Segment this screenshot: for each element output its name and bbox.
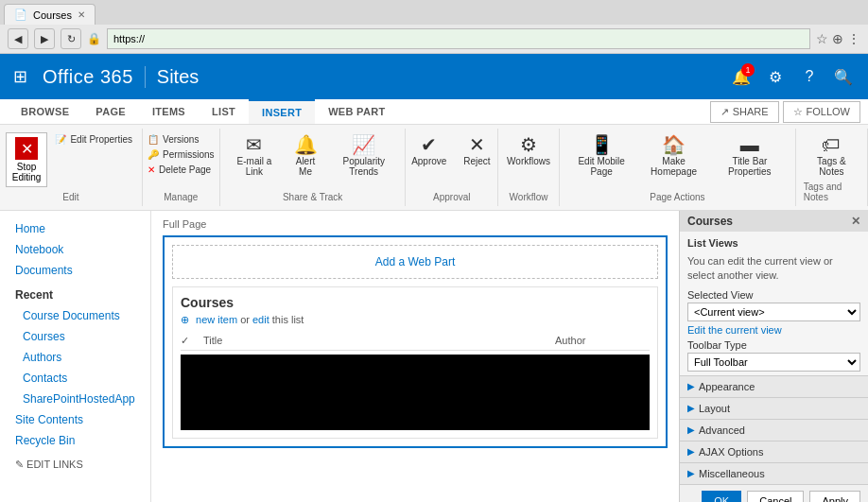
panel-footer: OK Cancel Apply xyxy=(680,484,868,502)
edit-properties-button[interactable]: 📝 Edit Properties xyxy=(51,132,136,147)
alert-me-button[interactable]: 🔔 Alert Me xyxy=(285,132,326,180)
appearance-collapse-icon: ▶ xyxy=(687,381,695,391)
tab-insert[interactable]: INSERT xyxy=(249,99,315,124)
manage-group-items: 📋 Versions 🔑 Permissions ✕ Delete Page xyxy=(144,132,217,190)
panel-body: You can edit the current view or select … xyxy=(680,251,868,375)
lock-icon: 🔒 xyxy=(87,32,101,45)
waffle-icon[interactable]: ⊞ xyxy=(9,62,31,91)
col-title[interactable]: Title xyxy=(200,335,555,347)
add-web-part-button[interactable]: Add a Web Part xyxy=(172,245,658,279)
stop-edit-icon: ✕ xyxy=(15,137,38,160)
nav-sharepoint-hosted-app[interactable]: SharePointHostedApp xyxy=(0,389,150,409)
nav-authors[interactable]: Authors xyxy=(0,347,150,368)
new-item-link[interactable]: new item xyxy=(196,314,237,325)
edit-mobile-button[interactable]: 📱 Edit Mobile Page xyxy=(567,132,635,180)
forward-button[interactable]: ▶ xyxy=(34,28,55,49)
nav-home[interactable]: Home xyxy=(0,218,150,239)
versions-button[interactable]: 📋 Versions xyxy=(144,132,217,147)
refresh-button[interactable]: ↻ xyxy=(61,28,81,49)
edit-list-link[interactable]: edit xyxy=(252,314,269,325)
layout-section[interactable]: ▶ Layout xyxy=(680,397,868,419)
stop-editing-button[interactable]: ✕ Stop Editing xyxy=(6,132,48,187)
browser-tab[interactable]: 📄 Courses ✕ xyxy=(4,4,95,25)
page-actions-label: Page Actions xyxy=(650,192,704,202)
panel-close-button[interactable]: ✕ xyxy=(851,215,860,228)
star-follow-icon: ☆ xyxy=(793,106,803,118)
cancel-button[interactable]: Cancel xyxy=(747,491,804,502)
advanced-section[interactable]: ▶ Advanced xyxy=(680,419,868,441)
page-actions-items: 📱 Edit Mobile Page 🏠 Make Homepage ▬ Tit… xyxy=(567,132,788,190)
popularity-trends-button[interactable]: 📈 Popularity Trends xyxy=(330,132,397,180)
permissions-label: Permissions xyxy=(163,149,214,160)
tags-notes-button[interactable]: 🏷 Tags & Notes xyxy=(804,132,859,180)
selected-view-select[interactable]: <Current view> xyxy=(687,303,860,321)
nav-notebook[interactable]: Notebook xyxy=(0,239,150,260)
tab-browse[interactable]: BROWSE xyxy=(8,100,82,123)
nav-course-documents[interactable]: Course Documents xyxy=(0,305,150,326)
email-link-button[interactable]: ✉ E-mail a Link xyxy=(228,132,281,180)
new-edit-row: ⊕ new item or edit this list xyxy=(181,314,650,326)
tab-close-button[interactable]: ✕ xyxy=(78,9,85,20)
nav-recycle-bin[interactable]: Recycle Bin xyxy=(0,430,150,451)
nav-courses[interactable]: Courses xyxy=(0,326,150,347)
search-button[interactable]: 🔍 xyxy=(828,61,859,92)
miscellaneous-section[interactable]: ▶ Miscellaneous xyxy=(680,462,868,484)
settings-button[interactable]: ⚙ xyxy=(760,61,790,92)
delete-page-button[interactable]: ✕ Delete Page xyxy=(144,163,217,177)
misc-label: Miscellaneous xyxy=(699,468,765,479)
ajax-options-section[interactable]: ▶ AJAX Options xyxy=(680,441,868,462)
alert-icon: 🔔 xyxy=(294,135,318,154)
edit-view-link[interactable]: Edit the current view xyxy=(687,324,860,336)
share-button[interactable]: ↗ SHARE xyxy=(710,101,779,123)
tab-items[interactable]: ITEMS xyxy=(139,100,199,123)
follow-button[interactable]: ☆ FOLLOW xyxy=(783,101,860,123)
approve-button[interactable]: ✔ Approve xyxy=(406,132,452,169)
address-input[interactable] xyxy=(107,28,810,49)
nav-site-contents[interactable]: Site Contents xyxy=(0,409,150,430)
back-button[interactable]: ◀ xyxy=(8,28,28,49)
ok-button[interactable]: OK xyxy=(702,491,741,502)
nav-recent-header: Recent xyxy=(0,281,150,305)
approval-label: Approval xyxy=(433,192,470,202)
app-header: ⊞ Office 365 Sites 🔔 1 ⚙ ? 🔍 xyxy=(0,54,868,99)
share-icon: ↗ xyxy=(720,106,729,118)
nav-edit-links[interactable]: ✎ EDIT LINKS xyxy=(0,451,150,475)
col-author[interactable]: Author xyxy=(555,335,650,347)
tab-list[interactable]: LIST xyxy=(199,100,249,123)
permissions-button[interactable]: 🔑 Permissions xyxy=(144,147,217,162)
toolbar-type-select[interactable]: Full Toolbar xyxy=(687,353,860,372)
selected-view-label: Selected View xyxy=(687,289,860,301)
ribbon-group-tags-notes: 🏷 Tags & Notes Tags and Notes xyxy=(796,129,868,206)
workflows-button[interactable]: ⚙ Workflows xyxy=(501,132,556,169)
make-homepage-button[interactable]: 🏠 Make Homepage xyxy=(639,132,708,180)
workflows-label: Workflows xyxy=(507,156,550,166)
help-button[interactable]: ? xyxy=(794,61,825,92)
misc-collapse-icon: ▶ xyxy=(687,468,695,478)
web-part-box: Courses ⊕ new item or edit this list ✓ T… xyxy=(172,286,658,439)
nav-contacts[interactable]: Contacts xyxy=(0,368,150,389)
notification-badge: 1 xyxy=(741,63,755,77)
popularity-trends-label: Popularity Trends xyxy=(336,156,391,177)
nav-documents[interactable]: Documents xyxy=(0,260,150,281)
bookmark-icon[interactable]: ⊕ xyxy=(832,31,843,46)
edit-props-icon: 📝 xyxy=(55,134,66,145)
tab-webpart[interactable]: WEB PART xyxy=(315,100,398,123)
stop-editing-label: Stop Editing xyxy=(12,162,42,182)
appearance-label: Appearance xyxy=(699,381,755,392)
follow-label: FOLLOW xyxy=(807,106,850,117)
notification-button[interactable]: 🔔 1 xyxy=(726,61,756,92)
star-icon[interactable]: ☆ xyxy=(816,31,828,46)
settings-icon[interactable]: ⋮ xyxy=(847,31,860,46)
make-homepage-label: Make Homepage xyxy=(645,156,703,177)
ribbon-group-page-actions: 📱 Edit Mobile Page 🏠 Make Homepage ▬ Tit… xyxy=(560,129,796,206)
reject-button[interactable]: ✕ Reject xyxy=(456,132,497,169)
tab-page[interactable]: PAGE xyxy=(82,100,139,123)
advanced-label: Advanced xyxy=(699,424,745,436)
title-bar-props-button[interactable]: ▬ Title Bar Properties xyxy=(712,132,788,180)
workflow-items: ⚙ Workflows xyxy=(501,132,556,190)
manage-group-label: Manage xyxy=(164,192,198,202)
ribbon-tab-bar: BROWSE PAGE ITEMS LIST INSERT WEB PART ↗… xyxy=(0,99,868,125)
apply-button[interactable]: Apply xyxy=(809,491,860,502)
appearance-section[interactable]: ▶ Appearance xyxy=(680,375,868,397)
edit-properties-label: Edit Properties xyxy=(70,134,132,145)
